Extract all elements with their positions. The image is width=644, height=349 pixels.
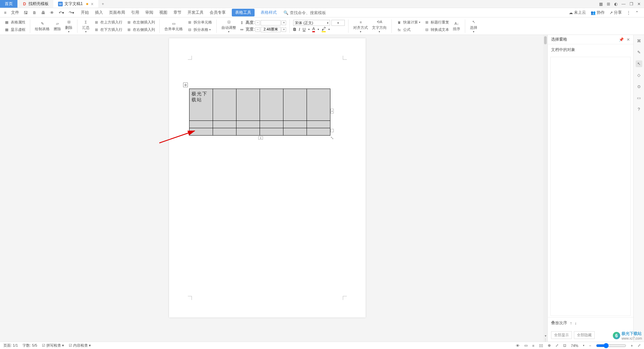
- panel-close-icon[interactable]: ✕: [627, 37, 630, 42]
- insert-above-button[interactable]: ⊞在上方插入行: [92, 19, 123, 26]
- tab-document[interactable]: W 文字文稿1 ×: [53, 0, 98, 8]
- tab-close-icon[interactable]: ×: [91, 1, 94, 7]
- add-row-handle[interactable]: +: [258, 136, 263, 140]
- select-button[interactable]: ↖选择▾: [469, 18, 479, 34]
- font-select[interactable]: 宋体 (正文)▾: [293, 20, 330, 26]
- table-cell[interactable]: [236, 89, 260, 121]
- view-reading-icon[interactable]: ▯▯: [539, 343, 543, 348]
- tab-review[interactable]: 审阅: [145, 10, 153, 15]
- view-fullscreen-icon[interactable]: ⤢: [555, 343, 558, 348]
- select-pane-icon[interactable]: ↖: [636, 60, 642, 67]
- cloud-status[interactable]: ☁未上云: [569, 10, 586, 15]
- resize-handle[interactable]: [330, 129, 334, 132]
- save-as-icon[interactable]: 🗎: [31, 10, 38, 16]
- move-down-icon[interactable]: ↓: [575, 321, 577, 326]
- col-width-control[interactable]: ⇔ 宽度: − +: [239, 27, 286, 33]
- height-minus[interactable]: −: [255, 20, 260, 25]
- minimize-button[interactable]: —: [622, 2, 626, 6]
- edit-icon[interactable]: ✎: [636, 49, 642, 56]
- show-all-button[interactable]: 全部显示: [551, 331, 572, 339]
- command-search[interactable]: 🔍: [283, 10, 330, 15]
- scroll-thumb[interactable]: [544, 36, 547, 44]
- share-button[interactable]: ↗分享: [609, 10, 622, 15]
- menu-icon[interactable]: ≡: [3, 10, 8, 16]
- delete-button[interactable]: ⊟删除▾: [64, 18, 74, 34]
- eraser-button[interactable]: ▱擦除: [52, 20, 62, 32]
- table-cell[interactable]: [213, 89, 236, 121]
- tab-layout[interactable]: 页面布局: [109, 10, 125, 15]
- help-icon[interactable]: ?: [636, 106, 642, 113]
- zoom-out-button[interactable]: −: [589, 344, 591, 348]
- text-direction-button[interactable]: ⟲A文字方向▾: [371, 18, 388, 34]
- tab-chapter[interactable]: 章节: [173, 10, 181, 15]
- sample-table[interactable]: 极光下载站: [189, 89, 330, 136]
- search-input[interactable]: [290, 10, 330, 15]
- tab-member[interactable]: 会员专享: [210, 10, 226, 15]
- collab-button[interactable]: 👥协作: [591, 10, 605, 15]
- width-input[interactable]: [261, 27, 281, 32]
- table-cell[interactable]: [307, 89, 330, 121]
- insert-left-button[interactable]: ⊞在左侧插入列: [125, 19, 156, 26]
- layout-icon[interactable]: ▦: [599, 2, 603, 6]
- tab-dev[interactable]: 开发工具: [187, 10, 204, 15]
- table-resize-corner[interactable]: ⤡: [330, 136, 334, 139]
- preview-icon[interactable]: 👁: [49, 10, 55, 16]
- split-table-button[interactable]: ⊟拆分表格▾: [185, 27, 212, 33]
- apps-icon[interactable]: ⊞: [607, 2, 610, 6]
- to-text-button[interactable]: ⊟转换成文本: [423, 27, 450, 33]
- summary-button[interactable]: Σ汇总▾: [81, 18, 91, 34]
- tab-references[interactable]: 引用: [131, 10, 139, 15]
- scroll-menu-icon[interactable]: ⋮: [543, 338, 547, 342]
- document-canvas[interactable]: ✥ 极光下载站 + + ⤡: [0, 35, 547, 342]
- tab-home[interactable]: 首页: [0, 0, 17, 8]
- word-count[interactable]: 字数: 5/5: [22, 343, 37, 348]
- underline-button[interactable]: U: [303, 27, 306, 32]
- tab-start[interactable]: 开始: [81, 10, 89, 15]
- zoom-slider[interactable]: [596, 343, 626, 348]
- hide-all-button[interactable]: 全部隐藏: [574, 331, 595, 339]
- insert-right-button[interactable]: ⊞在右侧插入列: [125, 27, 156, 33]
- view-outline-icon[interactable]: ≡: [532, 344, 534, 348]
- draw-table-button[interactable]: ✎绘制表格: [34, 20, 51, 32]
- tab-view[interactable]: 视图: [159, 10, 167, 15]
- add-column-handle[interactable]: +: [330, 109, 334, 113]
- insert-below-button[interactable]: ⊞在下方插入行: [92, 27, 123, 33]
- vertical-scrollbar[interactable]: ▴ ▾ ⋮: [543, 35, 547, 342]
- content-check[interactable]: ☑ 内容检查 ▾: [69, 343, 91, 348]
- page-counter[interactable]: 页面: 1/1: [3, 343, 18, 348]
- table-cell[interactable]: [283, 89, 307, 121]
- save-icon[interactable]: 🖫: [22, 10, 29, 16]
- height-plus[interactable]: +: [281, 20, 286, 25]
- align-button[interactable]: ≡对齐方式▾: [352, 18, 369, 34]
- show-gridlines-button[interactable]: ▦显示虚框: [3, 27, 26, 33]
- width-minus[interactable]: −: [255, 27, 260, 32]
- width-plus[interactable]: +: [281, 27, 286, 32]
- height-input[interactable]: [261, 20, 281, 26]
- close-button[interactable]: ✕: [637, 2, 641, 6]
- table-cell-1-1[interactable]: 极光下载站: [190, 89, 213, 121]
- row-height-control[interactable]: ⇕ 高度: − +: [239, 20, 286, 26]
- view-web-icon[interactable]: ⊕: [548, 343, 551, 348]
- autofit-button[interactable]: ⊡自动调整▾: [220, 18, 237, 34]
- italic-button[interactable]: I: [299, 27, 300, 32]
- formula-button[interactable]: fx公式: [395, 27, 412, 33]
- more-icon[interactable]: ⋮: [627, 10, 631, 15]
- eye-icon[interactable]: 👁: [516, 344, 520, 348]
- shape-icon[interactable]: ◇: [636, 72, 642, 79]
- table-cell[interactable]: [260, 89, 283, 121]
- tab-templates[interactable]: D 找稻壳模板: [17, 0, 53, 8]
- undo-icon[interactable]: ↶▾: [57, 10, 65, 16]
- font-color-button[interactable]: A: [312, 27, 315, 32]
- file-menu[interactable]: 文件: [10, 9, 20, 16]
- header-repeat-button[interactable]: ⊞标题行重复: [423, 19, 450, 26]
- tab-insert[interactable]: 插入: [95, 10, 103, 15]
- print-icon[interactable]: 🖶: [40, 10, 47, 16]
- fit-icon[interactable]: ⊡: [563, 343, 566, 348]
- quick-calc-button[interactable]: 🖩快速计算▾: [395, 19, 421, 26]
- location-icon[interactable]: ⊙: [636, 83, 642, 90]
- style-icon[interactable]: ⌘: [636, 38, 642, 44]
- book-icon[interactable]: ▭: [636, 95, 642, 101]
- maximize-button[interactable]: ❐: [630, 2, 633, 6]
- table-props-button[interactable]: ▦表格属性: [3, 19, 26, 26]
- scroll-down-icon[interactable]: ▾: [543, 334, 547, 338]
